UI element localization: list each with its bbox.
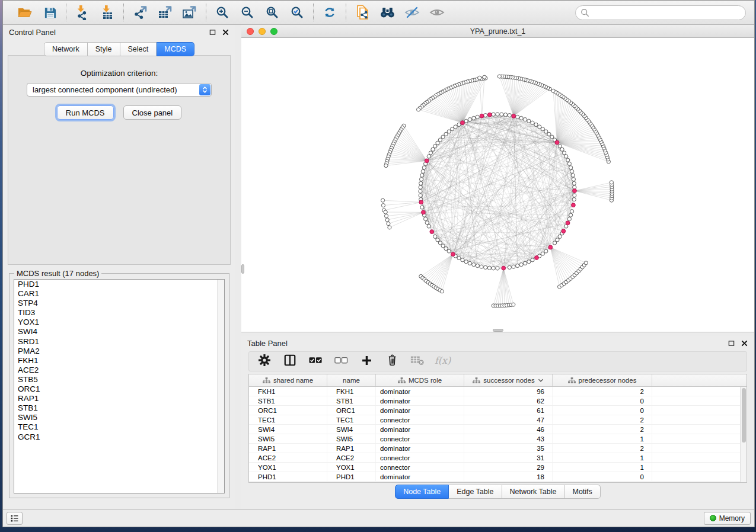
open-folder-button[interactable] bbox=[15, 4, 34, 21]
cell-successor_nodes: 62 bbox=[464, 396, 553, 405]
tab-style[interactable]: Style bbox=[88, 42, 120, 56]
run-mcds-button[interactable]: Run MCDS bbox=[57, 105, 114, 120]
close-panel-button[interactable]: Close panel bbox=[123, 105, 182, 120]
close-table-panel-icon[interactable] bbox=[740, 339, 748, 347]
main-row: Control Panel NetworkStyleSelectMCDS Opt… bbox=[3, 25, 754, 509]
network-graph[interactable] bbox=[241, 38, 755, 332]
deselect-all-icon bbox=[334, 355, 348, 368]
result-node-item[interactable]: GCR1 bbox=[14, 432, 224, 442]
deselect-all-button[interactable] bbox=[334, 354, 348, 368]
table-row[interactable]: SWI5SWI5connector431 bbox=[249, 434, 747, 444]
tab-edge-table[interactable]: Edge Table bbox=[449, 485, 502, 499]
memory-button[interactable]: Memory bbox=[704, 512, 751, 525]
export-table-button[interactable] bbox=[155, 4, 174, 21]
network-canvas[interactable] bbox=[241, 38, 754, 332]
network-hscroll-thumb[interactable] bbox=[493, 329, 503, 332]
tab-select[interactable]: Select bbox=[120, 42, 157, 56]
zoom-selected-button[interactable] bbox=[288, 4, 307, 21]
status-list-button[interactable] bbox=[7, 512, 23, 525]
table-row[interactable]: RAP1RAP1dominator352 bbox=[249, 444, 747, 453]
result-node-item[interactable]: YOX1 bbox=[14, 318, 224, 327]
result-node-item[interactable]: STB1 bbox=[14, 403, 224, 413]
network-vscroll-thumb[interactable] bbox=[241, 264, 244, 274]
zoom-fit-button[interactable] bbox=[263, 4, 282, 21]
cell-predecessor_nodes: 1 bbox=[553, 434, 652, 443]
export-image-icon bbox=[182, 5, 197, 20]
column-header-shared-name[interactable]: shared name bbox=[249, 374, 327, 386]
table-row[interactable]: ACE2ACE2connector311 bbox=[249, 453, 747, 463]
refresh-button[interactable] bbox=[320, 4, 339, 21]
show-all-button[interactable] bbox=[428, 4, 446, 21]
table-panel: Table Panel f(x) shared namenameMCDS bbox=[241, 336, 754, 509]
tab-network-table[interactable]: Network Table bbox=[502, 485, 565, 499]
panel-splitter[interactable] bbox=[235, 25, 241, 509]
table-row[interactable]: ORC1ORC1dominator610 bbox=[249, 406, 747, 415]
delete-button[interactable] bbox=[385, 354, 399, 368]
export-network-button[interactable] bbox=[130, 4, 149, 21]
table-row[interactable]: STB1STB1dominator620 bbox=[249, 396, 747, 406]
result-node-item[interactable]: SRD1 bbox=[14, 337, 224, 347]
first-neighbors-button[interactable] bbox=[378, 4, 397, 21]
result-node-item[interactable]: FKH1 bbox=[14, 356, 224, 366]
float-panel-icon[interactable] bbox=[208, 28, 216, 36]
select-all-button[interactable] bbox=[308, 354, 323, 368]
result-node-item[interactable]: ACE2 bbox=[14, 366, 224, 375]
gear-button[interactable] bbox=[257, 354, 272, 368]
zoom-out-button[interactable] bbox=[238, 4, 257, 21]
svg-text:f(x): f(x) bbox=[435, 355, 451, 366]
import-table-button[interactable] bbox=[98, 4, 117, 21]
result-node-item[interactable]: CAR1 bbox=[14, 289, 224, 299]
export-network-icon bbox=[133, 5, 148, 20]
table-row[interactable]: YOX1YOX1connector291 bbox=[249, 463, 747, 472]
result-node-item[interactable]: STB5 bbox=[14, 375, 224, 384]
import-network-button[interactable] bbox=[73, 4, 92, 21]
tab-network[interactable]: Network bbox=[44, 42, 88, 56]
column-header-successor-nodes[interactable]: successor nodes bbox=[464, 374, 553, 386]
criterion-select[interactable]: largest connected component (undirected) bbox=[27, 83, 212, 97]
result-node-item[interactable]: PMA2 bbox=[14, 347, 224, 356]
search-icon bbox=[580, 8, 589, 20]
table-row[interactable]: TEC1TEC1connector472 bbox=[249, 415, 747, 425]
cell-shared_name: ORC1 bbox=[249, 406, 327, 415]
result-node-item[interactable]: SWI4 bbox=[14, 327, 224, 336]
result-node-item[interactable]: SWI5 bbox=[14, 413, 224, 422]
column-header-name[interactable]: name bbox=[327, 374, 376, 386]
float-table-panel-icon[interactable] bbox=[727, 339, 735, 347]
export-image-button[interactable] bbox=[180, 4, 199, 21]
table-row[interactable]: SWI4SWI4dominator462 bbox=[249, 425, 747, 434]
tab-node-table[interactable]: Node Table bbox=[395, 485, 449, 499]
tab-mcds[interactable]: MCDS bbox=[157, 42, 194, 56]
result-node-item[interactable]: RAP1 bbox=[14, 394, 224, 403]
column-label: predecessor nodes bbox=[579, 377, 637, 384]
columns-button[interactable] bbox=[283, 354, 297, 368]
result-node-item[interactable]: STP4 bbox=[14, 299, 224, 308]
table-row[interactable]: PHD1PHD1dominator180 bbox=[249, 472, 747, 482]
save-button[interactable] bbox=[40, 4, 59, 21]
cell-successor_nodes: 35 bbox=[464, 444, 553, 453]
cell-successor_nodes: 43 bbox=[464, 434, 553, 443]
table-row[interactable]: FKH1FKH1dominator962 bbox=[249, 387, 747, 396]
control-panel: Control Panel NetworkStyleSelectMCDS Opt… bbox=[3, 25, 235, 509]
add-button[interactable] bbox=[359, 354, 374, 368]
table-scrollbar-thumb[interactable] bbox=[742, 388, 746, 443]
result-node-item[interactable]: ORC1 bbox=[14, 384, 224, 394]
cell-shared_name: STB1 bbox=[249, 396, 327, 405]
hide-selected-button[interactable] bbox=[403, 4, 422, 21]
zoom-in-button[interactable] bbox=[213, 4, 232, 21]
search-input[interactable] bbox=[575, 5, 746, 20]
column-header-predecessor-nodes[interactable]: predecessor nodes bbox=[553, 374, 652, 386]
table-scrollbar[interactable] bbox=[740, 387, 747, 482]
result-node-item[interactable]: TEC1 bbox=[14, 422, 224, 432]
refresh-icon bbox=[323, 5, 337, 20]
share-document-button[interactable] bbox=[353, 4, 372, 21]
control-panel-tabbar: NetworkStyleSelectMCDS bbox=[3, 42, 235, 56]
cell-shared_name: PHD1 bbox=[249, 472, 327, 481]
cell-predecessor_nodes: 2 bbox=[553, 425, 652, 434]
close-panel-icon[interactable] bbox=[221, 28, 229, 36]
tab-motifs[interactable]: Motifs bbox=[564, 485, 600, 499]
result-list-scrollbar[interactable] bbox=[217, 280, 224, 493]
result-node-item[interactable]: PHD1 bbox=[14, 280, 224, 289]
node-table: shared namenameMCDS rolesuccessor nodesp… bbox=[248, 374, 747, 483]
result-node-item[interactable]: TID3 bbox=[14, 308, 224, 318]
column-header-MCDS-role[interactable]: MCDS role bbox=[376, 374, 464, 386]
